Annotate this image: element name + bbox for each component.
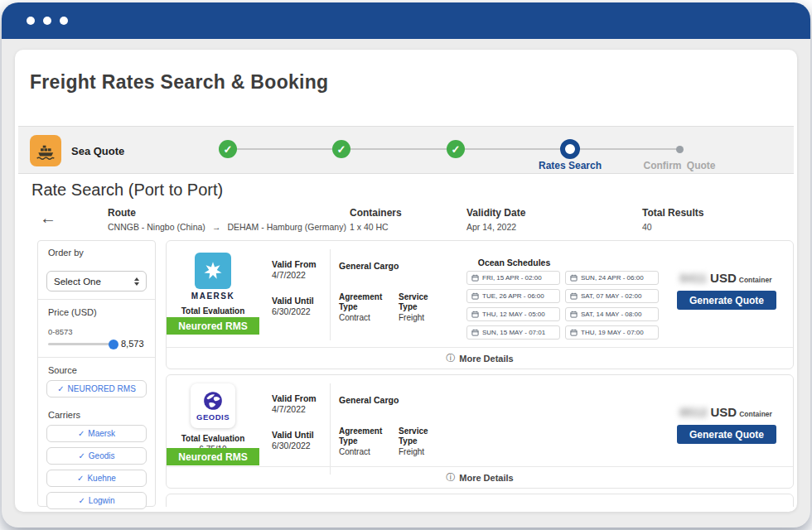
check-icon: ✓: [57, 384, 64, 393]
generate-quote-button[interactable]: Generate Quote: [677, 291, 776, 310]
ocean-schedules-label: Ocean Schedules: [466, 258, 562, 267]
schedule-chip[interactable]: TUE, 26 APR - 06:00: [466, 289, 560, 303]
price-slider-value: 8,573: [121, 339, 144, 349]
valid-until-label: Valid Until: [272, 296, 314, 306]
source-toggle-label: NEURORED RMS: [68, 384, 136, 393]
agreement-type-value: Contract: [339, 447, 387, 457]
divider: [330, 383, 331, 475]
route-label: Route: [108, 207, 346, 219]
carrier-toggle-label: Geodis: [89, 451, 115, 460]
order-by-label: Order by: [48, 248, 84, 258]
schedule-chip[interactable]: SAT, 14 MAY - 08:00: [565, 307, 659, 321]
source-banner: Neurored RMS: [167, 317, 259, 335]
price-slider[interactable]: [48, 343, 114, 345]
step-rates-search-current[interactable]: [560, 139, 580, 159]
more-details-button[interactable]: ⓘ More Details: [167, 466, 793, 488]
step-3-done-icon[interactable]: ✓: [447, 140, 465, 158]
schedule-chip[interactable]: THU, 12 MAY - 05:00: [466, 307, 560, 321]
calendar-icon: [471, 274, 479, 282]
agreement-type-label: Agreement Type: [339, 292, 387, 312]
valid-until-label: Valid Until: [272, 430, 314, 440]
more-details-label: More Details: [459, 354, 513, 364]
product-label: Sea Quote: [71, 145, 124, 157]
window-dot[interactable]: [43, 17, 51, 25]
carriers-filter-label: Carriers: [48, 410, 80, 420]
divider: [38, 299, 155, 300]
agreement-type-value: Contract: [339, 313, 387, 323]
calendar-icon: [471, 292, 479, 300]
carrier-toggle-maersk[interactable]: ✓ Maersk: [46, 425, 147, 442]
schedule-chip[interactable]: THU, 19 MAY - 07:00: [565, 325, 659, 340]
calendar-icon: [471, 329, 479, 336]
service-type-value: Freight: [399, 313, 447, 323]
service-type-label: Service Type: [399, 292, 447, 312]
calendar-icon: [471, 311, 479, 318]
select-arrows-icon: [134, 277, 139, 286]
service-type: Service Type Freight: [399, 292, 447, 323]
schedule-chip[interactable]: FRI, 15 APR - 02:00: [466, 271, 560, 285]
generate-quote-button[interactable]: Generate Quote: [677, 425, 776, 444]
currency: USD: [711, 405, 737, 419]
price-slider-thumb[interactable]: [109, 340, 118, 349]
evaluation-label: Total Evaluation: [167, 306, 259, 316]
filters-sidebar: Order by Select One Price (USD) 0-8573 8…: [37, 240, 156, 507]
route-destination: DEHAM - Hamburg (Germany): [227, 222, 346, 232]
carrier-toggle-kuehne[interactable]: ✓ Kuehne: [46, 470, 147, 487]
carrier-toggle-logwin[interactable]: ✓ Logwin: [46, 492, 147, 509]
per-unit: Container: [739, 276, 772, 284]
info-icon: ⓘ: [446, 352, 455, 364]
validity-summary: Validity Date Apr 14, 2022: [466, 207, 525, 232]
source-banner: Neurored RMS: [167, 448, 259, 465]
calendar-icon: [570, 274, 578, 282]
divider: [38, 357, 155, 358]
schedule-chip[interactable]: SAT, 07 MAY - 02:00: [565, 289, 659, 303]
step-1-done-icon[interactable]: ✓: [219, 140, 237, 158]
check-icon: ✓: [78, 429, 85, 438]
carrier-toggle-label: Logwin: [89, 496, 115, 505]
service-type: Service Type Freight: [399, 426, 447, 457]
check-icon: ✓: [78, 451, 85, 460]
calendar-icon: [570, 329, 578, 336]
cargo-type: General Cargo: [339, 261, 399, 271]
source-toggle-neurored-rms[interactable]: ✓ NEURORED RMS: [46, 380, 147, 398]
source-filter-label: Source: [48, 365, 77, 375]
ship-icon: [30, 135, 61, 166]
schedule-chip[interactable]: SUN, 15 MAY - 07:01: [466, 325, 560, 340]
step-confirm-quote-dot: [676, 146, 684, 153]
carrier-name: MAERSK: [167, 292, 259, 301]
step-label-rates-search: Rates Search: [516, 160, 624, 171]
total-results-value: 40: [642, 222, 703, 232]
price-redacted: 8512: [679, 405, 707, 419]
valid-from-label: Valid From: [272, 393, 317, 403]
more-details-button[interactable]: ⓘ More Details: [167, 347, 793, 369]
agreement-type-label: Agreement Type: [339, 426, 387, 446]
agreement-type: Agreement Type Contract: [339, 426, 387, 457]
validity-label: Validity Date: [466, 207, 525, 219]
carrier-toggle-label: Maersk: [88, 429, 115, 438]
carrier-toggle-label: Kuehne: [87, 474, 115, 483]
valid-from-value: 4/7/2022: [272, 270, 306, 280]
step-2-done-icon[interactable]: ✓: [332, 140, 350, 158]
more-details-label: More Details: [459, 473, 513, 483]
window-dot[interactable]: [60, 17, 68, 25]
price-filter-label: Price (USD): [48, 307, 97, 317]
window-titlebar: [2, 2, 810, 39]
calendar-icon: [570, 311, 578, 318]
back-button[interactable]: ←: [40, 209, 56, 228]
carrier-toggle-geodis[interactable]: ✓ Geodis: [46, 447, 147, 465]
order-by-select[interactable]: Select One: [46, 271, 147, 292]
window-dot[interactable]: [27, 17, 35, 25]
carrier-name: GEODIS: [196, 412, 230, 422]
route-origin: CNNGB - Ningbo (China): [108, 222, 205, 232]
currency: USD: [710, 271, 737, 285]
valid-from-label: Valid From: [272, 259, 317, 269]
order-by-value: Select One: [54, 277, 101, 287]
schedule-grid: FRI, 15 APR - 02:00 SUN, 24 APR - 06:00 …: [466, 271, 659, 340]
containers-value: 1 x 40 HC: [350, 222, 402, 232]
main-card: Freight Rates Search & Booking Sea Quote…: [15, 50, 797, 512]
route-summary: Route CNNGB - Ningbo (China)→DEHAM - Ham…: [108, 207, 346, 232]
schedule-chip[interactable]: SUN, 24 APR - 06:00: [565, 271, 659, 285]
browser-window: Freight Rates Search & Booking Sea Quote…: [2, 2, 810, 528]
section-heading: Rate Search (Port to Port): [31, 181, 223, 200]
carrier-column: MAERSK Total Evaluation 7.9/10 Neurored …: [167, 241, 259, 326]
